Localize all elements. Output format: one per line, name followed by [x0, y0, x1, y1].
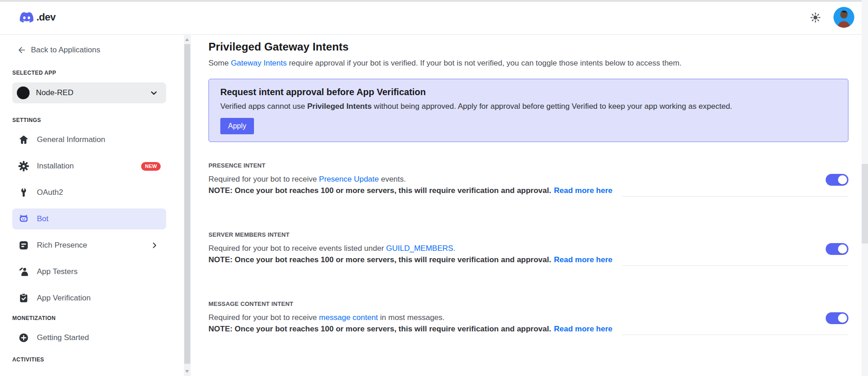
nav-label: Bot	[37, 214, 49, 224]
intent-note: NOTE: Once your bot reaches 100 or more …	[208, 255, 848, 265]
wrench-icon	[18, 187, 29, 198]
sidebar-scrollbar[interactable]	[184, 35, 191, 376]
selected-app-heading: SELECTED APP	[12, 70, 184, 76]
intent-note: NOTE: Once your bot reaches 100 or more …	[208, 186, 848, 196]
back-arrow-icon	[17, 46, 26, 55]
presence-intent-toggle[interactable]	[826, 174, 848, 186]
message-content-link[interactable]: message content	[319, 313, 378, 322]
main-content: Privileged Gateway Intents Some Gateway …	[191, 35, 868, 376]
nav-label: Installation	[37, 162, 74, 171]
nav-label: Rich Presence	[37, 241, 87, 250]
toggle-knob	[838, 314, 847, 323]
callout-body: Verified apps cannot use Privileged Inte…	[220, 102, 837, 112]
sidebar-item-rich-presence[interactable]: Rich Presence	[12, 235, 166, 256]
nav-label: Getting Started	[37, 333, 89, 342]
monetization-heading: MONETIZATION	[12, 315, 184, 321]
nav-label: General Information	[37, 135, 105, 144]
window-scrollbar-thumb[interactable]	[862, 164, 868, 244]
activities-heading: ACTIVITIES	[12, 356, 184, 363]
intent-description: Required for your bot to receive events …	[208, 243, 848, 254]
app-avatar	[17, 86, 30, 99]
window-top-edge	[0, 0, 862, 2]
nav-label: App Verification	[37, 294, 91, 303]
home-icon	[18, 134, 29, 145]
intent-label: MESSAGE CONTENT INTENT	[208, 300, 848, 307]
intro-text: Some Gateway Intents require approval if…	[208, 59, 848, 68]
gear-icon	[18, 161, 29, 172]
desc-pre: Required for your bot to receive	[208, 313, 319, 322]
nav-label: App Testers	[37, 267, 77, 276]
person-raising-hand-icon	[18, 266, 29, 277]
sidebar-item-app-testers[interactable]: App Testers	[12, 261, 166, 282]
message-content-intent-toggle[interactable]	[826, 312, 848, 324]
clipboard-check-icon	[18, 293, 29, 304]
theme-toggle-sun-icon[interactable]	[809, 11, 822, 24]
toggle-knob	[838, 244, 847, 254]
brand-text: .dev	[36, 11, 56, 23]
message-content-intent-section: MESSAGE CONTENT INTENT Required for your…	[208, 300, 848, 334]
scrollbar-up-arrow-icon[interactable]	[185, 38, 189, 41]
sidebar-item-general-information[interactable]: General Information	[12, 129, 166, 150]
monetization-nav: Getting Started	[12, 327, 184, 348]
note-text: NOTE: Once your bot reaches 100 or more …	[208, 186, 551, 196]
read-more-link[interactable]: Read more here	[554, 324, 613, 334]
desc-post: events.	[379, 175, 406, 183]
sidebar-item-oauth2[interactable]: OAuth2	[12, 182, 166, 203]
app-name: Node-RED	[36, 88, 149, 97]
toggle-knob	[838, 175, 847, 184]
callout-body-pre: Verified apps cannot use	[220, 102, 307, 111]
callout-body-post: without being approved. Apply for approv…	[372, 102, 732, 111]
note-text: NOTE: Once your bot reaches 100 or more …	[208, 255, 551, 265]
section-divider	[622, 265, 848, 266]
discord-dev-logo[interactable]: .dev	[18, 10, 56, 24]
server-members-intent-section: SERVER MEMBERS INTENT Required for your …	[208, 231, 848, 265]
desc-pre: Required for your bot to receive	[208, 175, 319, 183]
app-header: .dev	[0, 0, 868, 35]
note-text: NOTE: Once your bot reaches 100 or more …	[208, 324, 551, 334]
bot-icon	[18, 213, 29, 224]
desc-pre: Required for your bot to receive events …	[208, 244, 386, 253]
intent-approval-callout: Request intent approval before App Verif…	[208, 79, 848, 142]
gateway-intents-link[interactable]: Gateway Intents	[231, 59, 287, 67]
sidebar-item-bot[interactable]: Bot	[12, 208, 166, 229]
intro-post: require approval if your bot is verified…	[287, 59, 681, 67]
scrollbar-down-arrow-icon[interactable]	[185, 370, 189, 373]
nav-label: OAuth2	[37, 188, 63, 197]
presence-intent-section: PRESENCE INTENT Required for your bot to…	[208, 162, 848, 196]
back-to-applications-link[interactable]: Back to Applications	[17, 46, 100, 55]
back-label: Back to Applications	[31, 46, 100, 55]
new-badge: NEW	[141, 162, 161, 171]
intent-label: PRESENCE INTENT	[208, 162, 848, 169]
presence-update-link[interactable]: Presence Update	[319, 175, 379, 183]
sidebar-item-getting-started[interactable]: Getting Started	[12, 327, 166, 348]
intent-label: SERVER MEMBERS INTENT	[208, 231, 848, 238]
settings-nav: General Information Ins	[12, 129, 184, 309]
callout-title: Request intent approval before App Verif…	[220, 86, 837, 98]
page-title: Privileged Gateway Intents	[208, 41, 848, 53]
callout-body-bold: Privileged Intents	[307, 102, 372, 111]
discord-logo-icon	[18, 10, 35, 24]
apply-button[interactable]: Apply	[220, 118, 254, 134]
window-scrollbar[interactable]	[862, 0, 868, 376]
intro-pre: Some	[208, 59, 231, 67]
rich-presence-icon	[18, 240, 29, 251]
sidebar-scrollbar-thumb[interactable]	[184, 44, 190, 364]
chevron-right-icon	[150, 241, 159, 250]
read-more-link[interactable]: Read more here	[554, 186, 613, 196]
user-avatar[interactable]	[833, 7, 854, 28]
sidebar-item-app-verification[interactable]: App Verification	[12, 288, 166, 309]
app-selector-dropdown[interactable]: Node-RED	[12, 82, 166, 103]
server-members-intent-toggle[interactable]	[826, 243, 848, 255]
guild-members-link[interactable]: GUILD_MEMBERS.	[386, 244, 455, 253]
section-divider	[622, 196, 848, 197]
desc-post: in most messages.	[378, 313, 444, 322]
intent-description: Required for your bot to receive Presenc…	[208, 174, 848, 184]
read-more-link[interactable]: Read more here	[554, 255, 613, 265]
chevron-down-icon	[149, 88, 159, 98]
intent-note: NOTE: Once your bot reaches 100 or more …	[208, 324, 848, 334]
settings-heading: SETTINGS	[12, 117, 184, 123]
section-divider	[622, 335, 848, 335]
plus-circle-icon	[18, 332, 29, 343]
sidebar-item-installation[interactable]: Installation NEW	[12, 156, 166, 177]
sidebar: Back to Applications SELECTED APP Node-R…	[0, 35, 184, 376]
